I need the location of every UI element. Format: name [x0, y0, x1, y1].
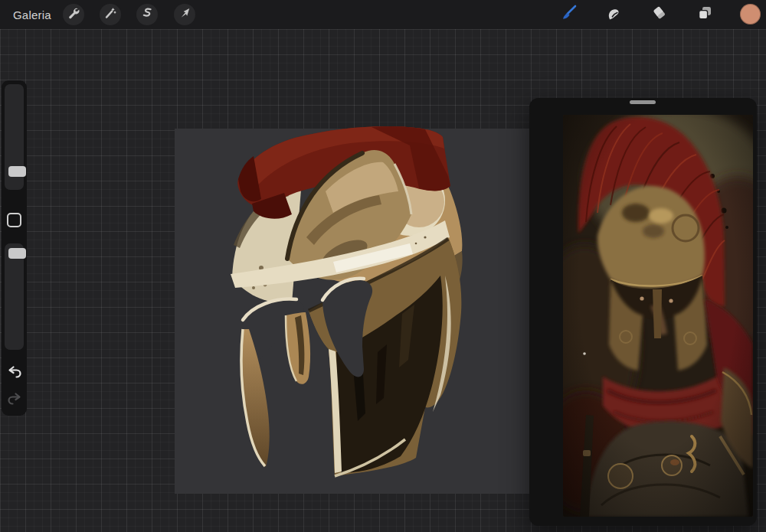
redo-arrow-icon	[6, 390, 23, 410]
magic-wand-icon	[103, 6, 117, 23]
color-swatch[interactable]	[740, 4, 761, 24]
erase-tool-button[interactable]	[649, 4, 670, 25]
brush-size-slider[interactable]	[5, 84, 24, 190]
arrow-cursor-icon	[178, 6, 192, 23]
spartan-helmet-artwork	[172, 122, 540, 505]
opacity-slider[interactable]	[5, 243, 24, 350]
modify-button[interactable]	[7, 213, 21, 227]
layers-icon	[696, 4, 714, 25]
s-curve-icon	[140, 6, 154, 23]
gallery-button[interactable]: Galeria	[13, 0, 51, 29]
adjustments-button[interactable]	[100, 4, 121, 25]
eraser-icon	[650, 4, 669, 25]
reference-panel	[529, 98, 757, 526]
selection-button[interactable]	[136, 4, 158, 25]
brush-size-handle[interactable]	[8, 166, 26, 177]
redo-button[interactable]	[5, 391, 24, 410]
wrench-icon	[67, 6, 80, 23]
brush-icon	[558, 3, 578, 26]
procreate-app-window: Galeria	[0, 0, 766, 532]
undo-button[interactable]	[5, 364, 24, 383]
smudge-finger-icon	[604, 4, 623, 25]
brush-sidebar	[2, 80, 27, 416]
undo-arrow-icon	[6, 364, 23, 383]
paint-tool-button[interactable]	[557, 4, 578, 25]
reference-drag-handle[interactable]	[630, 100, 656, 104]
top-toolbar: Galeria	[0, 0, 766, 29]
opacity-handle[interactable]	[8, 248, 26, 259]
smudge-tool-button[interactable]	[603, 4, 624, 25]
actions-button[interactable]	[63, 4, 84, 25]
workspace-background	[0, 29, 766, 532]
reference-image[interactable]	[563, 115, 753, 517]
transform-button[interactable]	[174, 4, 195, 25]
layers-button[interactable]	[694, 4, 715, 25]
